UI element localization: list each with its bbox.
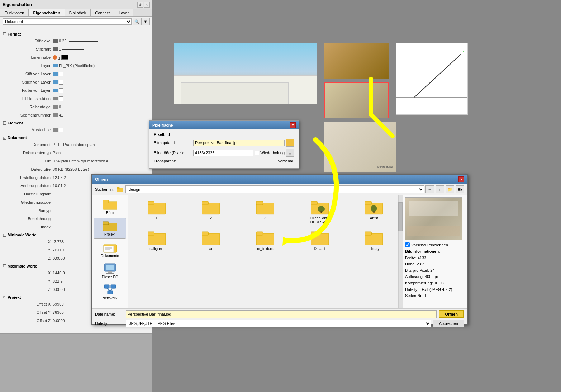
farbe-von-layer-row: Farbe von Layer — [3, 87, 150, 94]
dropdown-select[interactable]: Dokument — [3, 18, 132, 25]
oeffnen-close-btn[interactable]: × — [458, 176, 464, 182]
dateiname-input[interactable] — [126, 310, 437, 318]
wiederholung-checkbox[interactable] — [255, 151, 259, 155]
projekt-toggle[interactable]: □ — [3, 296, 6, 299]
tab-connect[interactable]: Connect — [91, 9, 114, 16]
stift-von-layer-checkbox[interactable] — [59, 72, 63, 76]
plantyp-label: Plantyp — [3, 208, 53, 213]
pixelflaeche-titlebar: Pixelfläche × — [149, 121, 299, 129]
dokument-toggle[interactable]: □ — [3, 136, 6, 140]
svg-rect-45 — [365, 232, 371, 235]
svg-rect-14 — [106, 265, 114, 270]
svg-rect-37 — [148, 232, 154, 235]
file-cars[interactable]: cars — [185, 228, 237, 252]
file-library[interactable]: Library — [348, 228, 400, 252]
sidebar-dieser-pc[interactable]: Dieser PC — [94, 261, 126, 281]
gliederungscode-label: Gliederungscode — [3, 200, 53, 204]
strich-von-layer-checkbox[interactable] — [59, 80, 63, 85]
linienfarbe-label: Linienfarbe — [3, 55, 53, 60]
tab-bibliothek[interactable]: Bibliothek — [65, 9, 91, 16]
nav-back-btn[interactable]: ← — [425, 185, 434, 193]
layer-icon — [53, 64, 58, 67]
file-calligaris[interactable]: calligaris — [131, 228, 182, 252]
netzwerk-icon — [103, 284, 117, 296]
tab-eigenschaften[interactable]: Eigenschaften — [29, 9, 65, 16]
ort-value: D:\Allplan Daten\Prj\Präsentation A — [53, 159, 150, 163]
reihenfolge-value: 0 — [59, 105, 150, 109]
dokumententyp-row: Dokumententyp Plan — [3, 149, 150, 156]
hoehe-value: 2325 — [417, 262, 425, 266]
breite-label: Breite: — [405, 256, 417, 260]
file-calligaris-label: calligaris — [149, 247, 163, 251]
strichart-label: Strichart — [3, 47, 53, 51]
stiftdicke-row: Stiftdicke 0.25 — [3, 37, 150, 44]
pixelbild-label: Pixelbild — [154, 132, 294, 137]
file-artist[interactable]: Artist — [348, 198, 400, 226]
sidebar-dokumente[interactable]: Dokumente — [94, 240, 126, 260]
musterlinie-icon — [53, 128, 58, 132]
tab-funktionen[interactable]: Funktionen — [0, 9, 29, 16]
hoehe-label: Höhe: — [405, 262, 415, 266]
file-2[interactable]: 2 — [185, 198, 237, 226]
svg-rect-27 — [256, 201, 263, 205]
bildgroesse-input[interactable] — [193, 150, 253, 156]
file-artist-label: Artist — [370, 216, 378, 220]
farbe-von-layer-icon — [53, 89, 58, 92]
file-3[interactable]: 3 — [239, 198, 291, 226]
nav-up-btn[interactable]: ↑ — [436, 185, 444, 193]
offset-y-label: Offset Y — [3, 310, 53, 315]
file-default[interactable]: Default — [294, 228, 346, 252]
bits-label: Bits pro Pixel: — [405, 268, 429, 273]
filter-btn[interactable]: ▼ — [141, 18, 150, 25]
min-werte-toggle[interactable]: □ — [3, 233, 6, 237]
canvas-image-2 — [324, 43, 389, 79]
hilfskonstruktion-checkbox[interactable] — [59, 96, 63, 101]
dokument-label: Dokument — [8, 136, 27, 140]
svg-rect-5 — [103, 200, 109, 203]
oeffnen-titlebar: Öffnen × — [92, 175, 467, 184]
search-btn[interactable]: 🔍 — [133, 18, 141, 25]
oeffnen-path-select[interactable]: design — [125, 185, 424, 193]
dokumente-icon — [103, 242, 117, 253]
format-label: Format — [8, 32, 21, 36]
file-30year[interactable]: 30YearEdition HDRI Skies — [294, 198, 346, 226]
scrollbar-track[interactable] — [398, 195, 403, 308]
sidebar-projekt[interactable]: Projekt — [94, 218, 126, 239]
format-toggle[interactable]: □ — [3, 32, 6, 36]
scrollbar-thumb[interactable] — [398, 202, 403, 231]
bitmapdatei-browse-btn[interactable]: … — [286, 139, 294, 147]
darstellungsart-label: Darstellungsart — [3, 192, 53, 196]
oeffnen-btn[interactable]: Öffnen — [439, 310, 464, 318]
bitmapdatei-input[interactable] — [193, 140, 285, 146]
bildgroesse-btn[interactable]: ⊞ — [286, 149, 294, 157]
svg-rect-19 — [108, 291, 113, 294]
svg-rect-23 — [148, 201, 154, 205]
farbe-von-layer-checkbox[interactable] — [59, 88, 63, 93]
vorschau-checkbox[interactable] — [405, 242, 410, 247]
nav-new-folder-btn[interactable]: 📁 — [446, 185, 454, 193]
pixelflaeche-close-btn[interactable]: × — [290, 122, 296, 128]
sidebar-netzwerk[interactable]: Netzwerk — [94, 282, 126, 302]
abbrechen-btn[interactable]: Abbrechen — [433, 320, 464, 327]
panel-settings-btn[interactable]: ⚙ — [137, 2, 143, 8]
file-cor-textures[interactable]: cor_textures — [239, 228, 291, 252]
musterlinie-row: Musterlinie — [3, 126, 150, 133]
reihenfolge-label: Reihenfolge — [3, 105, 53, 109]
dateityp-select[interactable]: JPG,JFF,JTF - JPEG Files — [126, 320, 431, 327]
panel-close-btn[interactable]: ✕ — [144, 2, 150, 8]
dateiname-row: Dateiname: Öffnen — [95, 310, 464, 318]
element-toggle[interactable]: □ — [3, 121, 6, 125]
svg-rect-43 — [311, 232, 317, 235]
musterlinie-checkbox[interactable] — [59, 128, 63, 132]
transparenz-vorschau-row: Transparenz Vorschau — [154, 159, 294, 163]
view-toggle-btn[interactable]: ⊞▾ — [456, 185, 464, 193]
svg-rect-15 — [108, 271, 112, 273]
strich-von-layer-icon — [53, 80, 58, 84]
komprimierung-value: JPEG — [434, 281, 444, 285]
seiten-label: Seiten Nr.: — [405, 293, 423, 298]
dateigroesse-value: 80 KB (82258 Bytes) — [53, 167, 150, 171]
sidebar-buero[interactable]: Büro — [94, 197, 126, 217]
max-werte-toggle[interactable]: □ — [3, 264, 6, 268]
tab-layer[interactable]: Layer — [114, 9, 133, 16]
file-1[interactable]: 1 — [131, 198, 182, 226]
